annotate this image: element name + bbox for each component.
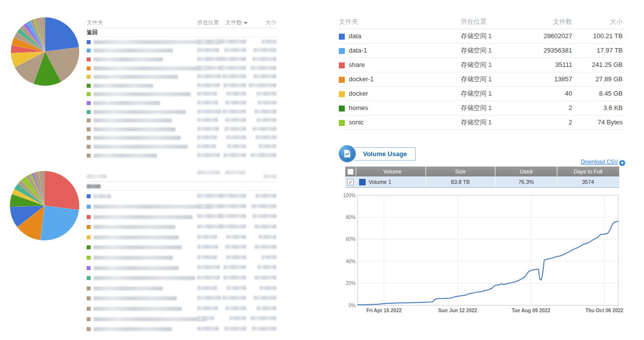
blurred-filecount: [229, 316, 246, 320]
storage-analyzer-screen: { "palette": { "blue": "#3e72d4", "light…: [0, 0, 644, 340]
y-tick-label: 60%: [346, 236, 356, 242]
folder-row-blurred[interactable]: [87, 211, 277, 222]
column-size: Size: [426, 167, 495, 176]
blurred-filecount: [225, 118, 246, 122]
document-line-chart-icon: [343, 149, 352, 158]
folder-row-data-1[interactable]: data-1存储空间 12935638117.97 TB: [339, 44, 624, 58]
folder-name: data: [349, 32, 361, 40]
blurred-folder-name: [94, 118, 172, 122]
folder-row-blurred[interactable]: [87, 191, 277, 201]
folder-row-blurred[interactable]: [87, 90, 277, 99]
folder-size: 27.89 GB: [595, 72, 623, 86]
column-size[interactable]: 大小: [610, 15, 623, 29]
folder-row-blurred[interactable]: [87, 98, 277, 107]
folder-color-swatch: [87, 266, 91, 270]
blurred-header: [225, 170, 245, 174]
blurred-location: [197, 135, 217, 139]
folder-color-swatch: [87, 286, 91, 290]
folder-row-data[interactable]: data存储空间 128602027100.21 TB: [339, 29, 624, 44]
folder-color-swatch: [87, 66, 91, 70]
pie-slice-blue[interactable]: [45, 17, 79, 52]
blurred-filecount: [225, 245, 246, 249]
column-size[interactable]: 大小: [266, 17, 276, 28]
column-folder[interactable]: 文件夹: [339, 18, 358, 25]
blurred-location: [197, 110, 221, 113]
column-filecount-sorted[interactable]: 文件数: [225, 17, 248, 28]
blurred-location: [197, 83, 220, 87]
blurred-size: [256, 135, 276, 139]
back-link[interactable]: 返回: [87, 28, 277, 37]
folder-row-blurred[interactable]: [87, 303, 277, 314]
download-icon[interactable]: ▼: [619, 160, 625, 166]
blurred-filecount: [222, 74, 246, 78]
blurred-location: [197, 57, 222, 61]
y-tick-label: 20%: [346, 281, 356, 286]
blurred-filecount: [226, 255, 246, 259]
folder-row-blurred[interactable]: [87, 313, 277, 324]
blurred-size: [257, 92, 276, 96]
folder-color-swatch: [87, 327, 91, 331]
folder-name: homes: [349, 104, 368, 112]
blurred-filecount: [223, 83, 246, 87]
folder-size-pie-chart-bottom[interactable]: [9, 170, 80, 241]
folder-color-swatch: [339, 120, 345, 126]
blurred-location: [197, 255, 217, 259]
blurred-filecount: [224, 327, 246, 331]
folder-row-homes[interactable]: homes存储空间 123.6 KB: [339, 101, 624, 115]
folder-row-blurred[interactable]: [87, 242, 277, 252]
folder-row-blurred[interactable]: [87, 222, 277, 232]
folder-row-blurred[interactable]: [87, 262, 277, 273]
blurred-folder-name: [94, 101, 160, 105]
volume-checkbox[interactable]: ✓: [347, 179, 354, 185]
folder-size-pie-chart-top[interactable]: [10, 17, 80, 86]
folder-row-blurred[interactable]: [87, 115, 277, 124]
pie-slice-red[interactable]: [45, 171, 79, 210]
folder-row-blurred[interactable]: [87, 37, 277, 46]
folder-row-blurred[interactable]: [87, 72, 277, 81]
blurred-filecount: [225, 306, 246, 310]
back-link-blurred[interactable]: [87, 182, 277, 191]
blurred-size: [255, 110, 276, 113]
blurred-folder-name: [94, 225, 175, 229]
folder-row-docker-1[interactable]: docker-1存储空间 11385727.89 GB: [339, 72, 624, 87]
folder-row-share[interactable]: share存储空间 135111241.25 GB: [339, 58, 624, 72]
folder-row-blurred[interactable]: [87, 283, 277, 293]
folder-filecount: 35111: [555, 58, 572, 72]
folder-row-blurred[interactable]: [87, 273, 277, 283]
folder-row-blurred[interactable]: [87, 55, 277, 63]
folder-row-blurred[interactable]: [87, 107, 277, 116]
folder-row-blurred[interactable]: [87, 124, 277, 133]
folder-row-blurred[interactable]: [87, 231, 277, 242]
folder-row-docker[interactable]: docker存储空间 1408.45 GB: [339, 87, 624, 101]
pie-slice-lightblue[interactable]: [40, 206, 79, 240]
volume-row[interactable]: ✓ Volume 1 83.8 TB 76.3% 3574: [345, 176, 619, 187]
blurred-size: [259, 144, 276, 148]
folder-row-blurred[interactable]: [87, 46, 277, 55]
column-filecount[interactable]: 文件数: [553, 15, 572, 29]
folder-row-blurred[interactable]: [87, 201, 277, 212]
folder-color-swatch: [87, 75, 91, 79]
download-csv-link[interactable]: Download CSV: [581, 159, 618, 165]
x-tick-label: Thu Oct 06 2022: [586, 308, 624, 313]
folder-list-table-bottom: [87, 170, 277, 334]
column-location[interactable]: 所在位置: [461, 15, 486, 29]
folder-color-swatch: [339, 91, 345, 97]
column-location[interactable]: 所在位置: [197, 17, 219, 28]
folder-row-blurred[interactable]: [87, 324, 277, 334]
blurred-location: [197, 153, 220, 157]
column-folder[interactable]: 文件夹: [87, 19, 103, 25]
folder-color-swatch: [87, 136, 91, 140]
select-all-checkbox[interactable]: [347, 169, 354, 175]
folder-row-blurred[interactable]: [87, 252, 277, 263]
folder-row-blurred[interactable]: [87, 133, 277, 142]
folder-row-blurred[interactable]: [87, 151, 277, 160]
blurred-folder-name: [94, 145, 188, 149]
folder-row-sonic[interactable]: sonic存储空间 1274 Bytes: [339, 115, 624, 130]
blurred-folder-name: [94, 84, 153, 88]
folder-color-swatch: [87, 194, 91, 198]
folder-row-blurred[interactable]: [87, 142, 277, 151]
folder-row-blurred[interactable]: [87, 293, 277, 303]
blurred-size: [255, 276, 276, 280]
folder-row-blurred[interactable]: [87, 81, 277, 90]
folder-row-blurred[interactable]: [87, 63, 277, 72]
